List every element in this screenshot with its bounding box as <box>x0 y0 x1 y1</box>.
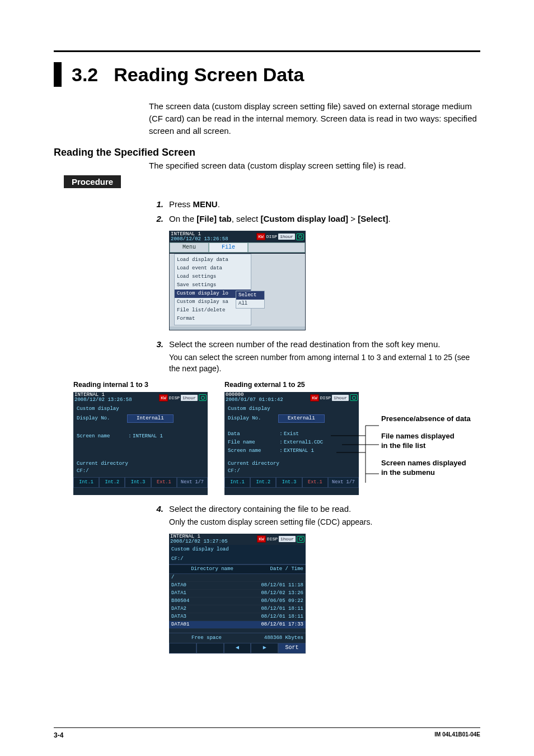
procedure-label: Procedure <box>64 175 121 188</box>
tab-menu[interactable]: Menu <box>170 242 209 253</box>
menu-item[interactable]: Load settings <box>177 273 249 281</box>
softkey[interactable]: Int.3 <box>125 477 151 487</box>
free-space-label: Free space <box>171 634 242 642</box>
disp-chip: KW <box>257 535 266 543</box>
softkey-bar: Int.1 Int.2 Int.3 Ext.1 Next 1/7 <box>73 477 208 487</box>
hour-chip: 1hour <box>278 234 295 240</box>
section-title: Reading Screen Data <box>114 64 304 86</box>
nav-blank <box>196 643 224 654</box>
panel-a-title: Reading internal 1 to 3 <box>73 380 208 390</box>
screenshot-internal: INTERNAL 1 2008/12/02 13:26:58 KW DISP 1… <box>73 392 208 495</box>
step-number: 1. <box>149 198 163 211</box>
page-number: 3-4 <box>54 731 63 739</box>
nav-left[interactable]: ◀ <box>224 643 251 654</box>
softkey[interactable]: Int.2 <box>250 477 276 487</box>
screenshot-external: 000000 2008/01/07 01:01:42 KW DISP 1hour… <box>224 392 359 495</box>
submenu-all[interactable]: All <box>236 300 264 308</box>
step-number: 3. <box>149 338 163 374</box>
menu-item[interactable]: Save settings <box>177 281 249 290</box>
step-2: On the [File] tab, select [Custom displa… <box>169 213 480 225</box>
menu-item[interactable]: Format <box>177 315 249 323</box>
intro-paragraph: The screen data (custom display screen s… <box>149 100 480 137</box>
disp-chip: KW <box>256 233 265 241</box>
file-menu-popup: Load display data Load event data Load s… <box>174 254 251 325</box>
step-3: Select the screen number of the read des… <box>169 338 480 374</box>
table-row[interactable]: DATA108/12/02 13:26 <box>169 590 306 598</box>
softkey[interactable]: Int.1 <box>224 477 250 487</box>
timestamp: 2008/12/02 13:26:58 <box>171 237 228 242</box>
subheading-text: The specified screen data (custom displa… <box>149 160 480 172</box>
submenu-popup: Select All <box>236 291 265 309</box>
nav-blank <box>169 643 196 654</box>
document-id: IM 04L41B01-04E <box>434 731 480 739</box>
table-row[interactable]: DATA308/12/01 18:11 <box>169 613 306 621</box>
menu-item[interactable]: Load display data <box>177 256 249 264</box>
clock-icon <box>199 394 207 401</box>
col-directory-name: Directory name <box>171 566 253 573</box>
panel-b-title: Reading external 1 to 25 <box>224 380 359 390</box>
softkey[interactable]: Ext.1 <box>302 477 328 487</box>
current-path: CF:/ <box>169 554 306 564</box>
annotation-presence: Presence/absence of data <box>381 414 493 424</box>
disp-chip: KW <box>310 394 319 402</box>
table-row[interactable]: DATA0108/12/01 17:33 <box>169 621 306 629</box>
softkey-next[interactable]: Next 1/7 <box>328 477 359 487</box>
screen-subtitle: Custom display load <box>169 545 306 554</box>
file-name-value: External1.CDC <box>284 439 323 446</box>
step-number: 2. <box>149 213 163 225</box>
section-heading: 3.2 Reading Screen Data <box>54 62 480 87</box>
softkey[interactable]: Int.2 <box>99 477 125 487</box>
section-bar <box>54 62 62 87</box>
screenshot-directory: INTERNAL 1 2008/12/02 13:27:05 KW DISP 1… <box>169 534 306 654</box>
display-no-button[interactable]: Internal1 <box>127 414 174 423</box>
subheading: Reading the Specified Screen <box>54 147 480 158</box>
table-row[interactable]: DATA208/12/01 18:11 <box>169 605 306 613</box>
col-date-time: Date / Time <box>253 566 303 573</box>
softkey[interactable]: Int.3 <box>276 477 302 487</box>
table-row[interactable]: DATA008/12/01 11:18 <box>169 582 306 590</box>
menu-item[interactable]: Load event data <box>177 264 249 273</box>
step-1: Press MENU. <box>169 198 480 211</box>
nav-sort[interactable]: Sort <box>278 643 306 654</box>
nav-right[interactable]: ▶ <box>251 643 278 654</box>
disp-chip: KW <box>159 394 168 402</box>
screenshot-file-menu: INTERNAL 1 2008/12/02 13:26:58 KW DISP 1… <box>169 231 306 331</box>
section-number: 3.2 <box>72 64 98 86</box>
submenu-select[interactable]: Select <box>236 291 264 300</box>
step-4: Select the directory containing the file… <box>169 503 480 528</box>
clock-icon <box>297 536 305 543</box>
clock-icon <box>350 394 358 401</box>
data-value: Exist <box>284 431 299 438</box>
table-row[interactable]: / <box>169 574 306 582</box>
softkey[interactable]: Ext.1 <box>151 477 177 487</box>
softkey[interactable]: Int.1 <box>73 477 99 487</box>
display-no-button[interactable]: External1 <box>278 414 325 423</box>
softkey-bar: Int.1 Int.2 Int.3 Ext.1 Next 1/7 <box>224 477 359 487</box>
tab-file[interactable]: File <box>209 242 248 253</box>
disp-label: DISP <box>266 234 277 240</box>
annotation-filenames: File names displayedin the file list <box>381 432 493 451</box>
screen-name-value: EXTERNAL 1 <box>284 447 314 455</box>
clock-icon <box>296 234 304 240</box>
step-number: 4. <box>149 503 163 528</box>
table-row[interactable]: B8050408/06/05 09:22 <box>169 598 306 605</box>
softkey-next[interactable]: Next 1/7 <box>177 477 208 487</box>
annotation-screennames: Screen names displayedin the submenu <box>381 459 493 478</box>
free-space-value: 488368 Kbytes <box>242 634 303 642</box>
